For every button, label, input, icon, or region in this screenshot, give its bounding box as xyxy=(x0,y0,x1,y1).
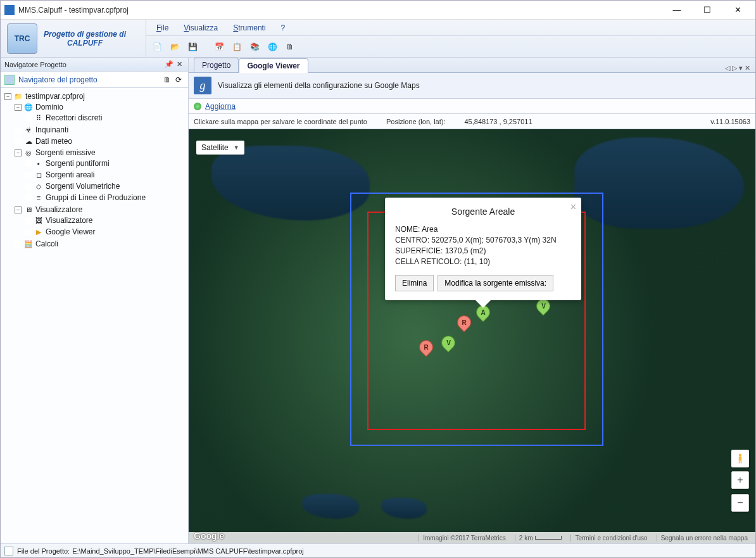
marker-a[interactable]: A xyxy=(476,305,490,326)
calendar-icon[interactable]: 📅 xyxy=(212,40,226,54)
tree-gruppi[interactable]: ≡Gruppi di Linee di Produzione xyxy=(25,193,187,203)
tree-root-label: testimpvar.cpfproj xyxy=(25,92,85,101)
svg-rect-1 xyxy=(739,457,742,461)
tree-gruppi-label: Gruppi di Linee di Produzione xyxy=(46,193,146,202)
menubar: File Visualizza Strumenti ? xyxy=(146,20,755,36)
pegman-control[interactable] xyxy=(731,450,749,467)
viewer-info-strip: g Visualizza gli elementi della configur… xyxy=(189,73,755,99)
project-tree[interactable]: −📁testimpvar.cpfproj −🌐Dominio ⠿Recettor… xyxy=(1,88,188,543)
book-icon[interactable]: 📚 xyxy=(248,40,261,54)
menu-visualizza-rest: isualizza xyxy=(189,23,218,32)
tree-calcoli[interactable]: 🧮Calcoli xyxy=(15,239,187,249)
navigator-icon xyxy=(4,75,15,85)
tree-dominio-label: Dominio xyxy=(35,103,63,111)
tree-sorgenti[interactable]: −◎Sorgenti emissive xyxy=(15,148,187,158)
infowindow-centro: CENTRO: 520275,0 X(m); 5076703,3 Y(m) 32… xyxy=(395,235,571,246)
chevron-down-icon: ▼ xyxy=(234,144,239,151)
tree-dati-meteo[interactable]: ☁Dati meteo xyxy=(15,136,187,146)
infowindow-name: NOME: Area xyxy=(395,224,571,235)
svg-rect-2 xyxy=(739,461,740,464)
viewer-strip-text: Visualizza gli elementi della configuraz… xyxy=(218,81,420,90)
tree-google-viewer[interactable]: ▶Google Viewer xyxy=(25,227,187,237)
window-title: MMS.Calpuff - testimpvar.cpfproj xyxy=(18,6,663,15)
infowindow-superficie: SUPERFICIE: 1370,5 (m2) xyxy=(395,246,571,257)
report-error-link[interactable]: Segnala un errore nella mappa xyxy=(657,535,752,542)
save-icon[interactable]: 💾 xyxy=(186,40,199,54)
zoom-out-button[interactable]: − xyxy=(731,494,749,512)
open-folder-icon[interactable]: 📂 xyxy=(168,40,182,54)
marker-v2[interactable]: V xyxy=(441,336,455,356)
maximize-button[interactable]: ☐ xyxy=(693,1,721,19)
brand-block: TRC Progetto di gestione di CALPUFF xyxy=(1,20,146,57)
tree-recettori-label: Recettori discreti xyxy=(46,113,102,122)
brand-title-line2: CALPUFF xyxy=(67,39,103,48)
pin-icon[interactable]: 📌 xyxy=(164,60,174,70)
statusbar: File del Progetto: E:\Maind_Sviluppo_TEM… xyxy=(1,543,755,557)
map[interactable]: Satellite ▼ V A R V R × Sorgente Areale … xyxy=(189,129,755,543)
coordinates-row: Clickare sulla mappa per salvare le coor… xyxy=(189,114,755,129)
refresh-link[interactable]: Aggiorna xyxy=(205,102,236,111)
tree-dominio[interactable]: −🌐Dominio xyxy=(15,102,187,112)
tree-sorg-punt[interactable]: ▪Sorgenti puntiformi xyxy=(25,158,187,168)
tab-progetto[interactable]: Progetto xyxy=(194,58,239,72)
marker-label: V xyxy=(541,303,546,310)
infowindow-cella: CELLA RETICOLO: (11, 10) xyxy=(395,257,571,267)
navigator-action1-icon[interactable]: 🗎 xyxy=(161,74,173,86)
infowindow-close-icon[interactable]: × xyxy=(570,201,576,213)
tree-visualizzatore[interactable]: 🖼Visualizzatore xyxy=(25,215,187,225)
marker-label: R xyxy=(424,344,428,351)
brand-logo-icon: TRC xyxy=(7,23,37,54)
panel-close-icon[interactable]: ✕ xyxy=(174,60,184,70)
pos-label: Posizione (lon, lat): xyxy=(386,118,446,125)
marker-label: A xyxy=(481,309,485,316)
tree-sorg-vol[interactable]: ◇Sorgenti Volumetriche xyxy=(25,181,187,191)
tree-recettori[interactable]: ⠿Recettori discreti xyxy=(25,113,187,123)
tree-visualizzatore-label: Visualizzatore xyxy=(46,216,92,225)
tree-inquinanti-label: Inquinanti xyxy=(35,125,68,134)
infowindow-title: Sorgente Areale xyxy=(395,206,571,217)
menu-help[interactable]: ? xyxy=(275,22,292,34)
tree-sorg-area[interactable]: ◻Sorgenti areali xyxy=(25,170,187,180)
tabstrip: Progetto Google Viewer ◁ ▷ ▾ ✕ xyxy=(189,58,755,73)
new-file-icon[interactable]: 📄 xyxy=(150,40,164,54)
export-icon[interactable]: 🗎 xyxy=(283,40,297,54)
marker-label: R xyxy=(462,319,466,326)
tab-nav-arrows[interactable]: ◁ ▷ ▾ ✕ xyxy=(725,64,750,72)
scale-label: 2 km xyxy=(519,535,533,542)
marker-r1[interactable]: R xyxy=(457,315,471,336)
tree-inquinanti[interactable]: ☣Inquinanti xyxy=(15,125,187,135)
infowindow-body: NOME: Area CENTRO: 520275,0 X(m); 507670… xyxy=(395,224,571,267)
menu-strumenti[interactable]: Strumenti xyxy=(227,22,272,34)
window-titlebar: MMS.Calpuff - testimpvar.cpfproj — ☐ ✕ xyxy=(1,1,755,20)
close-button[interactable]: ✕ xyxy=(724,1,752,19)
menu-visualizza[interactable]: Visualizza xyxy=(177,22,224,34)
main-toolbar: 📄 📂 💾 📅 📋 📚 🌐 🗎 xyxy=(146,36,755,57)
navigator-action2-icon[interactable]: ⟳ xyxy=(173,74,184,86)
marker-r2[interactable]: R xyxy=(419,340,433,360)
elimina-button[interactable]: Elimina xyxy=(395,275,434,291)
pos-value: 45,848173 , 9,257011 xyxy=(464,118,532,125)
app-icon xyxy=(4,5,15,15)
tree-sorg-vol-label: Sorgenti Volumetriche xyxy=(46,182,120,191)
list-icon[interactable]: 📋 xyxy=(230,40,244,54)
map-type-selector[interactable]: Satellite ▼ xyxy=(196,141,244,155)
version-label: v.11.0.15063 xyxy=(710,118,750,125)
sidebar-panel-title: Navigatore Progetto 📌 ✕ xyxy=(1,58,188,72)
minimize-button[interactable]: — xyxy=(663,1,691,19)
tab-google-viewer[interactable]: Google Viewer xyxy=(239,58,308,73)
terms-link[interactable]: Termini e condizioni d'uso xyxy=(570,535,651,542)
tree-visualizzatore-grp[interactable]: −🖥Visualizzatore xyxy=(15,205,187,215)
menu-file[interactable]: File xyxy=(150,22,175,34)
modifica-button[interactable]: Modifica la sorgente emissiva: xyxy=(438,275,553,291)
status-label: File del Progetto: xyxy=(17,547,70,555)
google-logo: Google xyxy=(194,531,224,541)
zoom-in-button[interactable]: + xyxy=(731,471,749,489)
app-header: TRC Progetto di gestione di CALPUFF File… xyxy=(1,20,755,58)
tree-root[interactable]: −📁testimpvar.cpfproj xyxy=(4,91,187,101)
tree-dati-meteo-label: Dati meteo xyxy=(35,137,72,146)
tree-sorgenti-label: Sorgenti emissive xyxy=(35,148,96,157)
globe-icon[interactable]: 🌐 xyxy=(265,40,279,54)
refresh-row: Aggiorna xyxy=(189,99,755,114)
marker-v1[interactable]: V xyxy=(536,299,550,319)
tree-calcoli-label: Calcoli xyxy=(35,239,58,248)
